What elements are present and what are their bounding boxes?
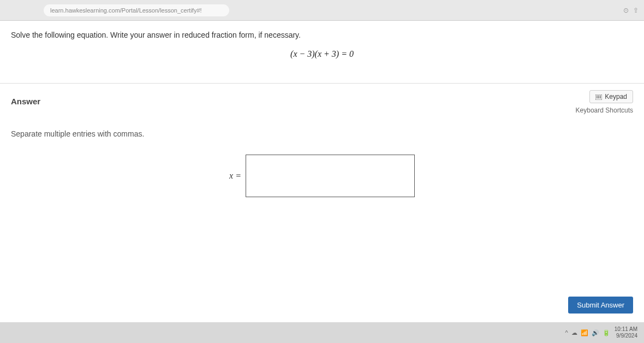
variable-label: x = <box>229 171 241 181</box>
taskbar-clock[interactable]: 10:11 AM 9/9/2024 <box>615 326 637 339</box>
windows-taskbar: ^ ☁ 📶 🔊 🔋 10:11 AM 9/9/2024 <box>0 322 644 343</box>
answer-section: Answer Keypad <box>0 84 644 204</box>
answer-header: Answer Keypad <box>11 90 633 114</box>
equation-display: (x − 3)(x + 3) = 0 <box>11 49 633 59</box>
keypad-label: Keypad <box>605 93 627 100</box>
answer-toolbox: Keypad Keyboard Shortcuts <box>576 90 633 114</box>
share-icon[interactable]: ⇪ <box>633 7 639 14</box>
search-icon[interactable]: ⊙ <box>623 7 629 14</box>
url-bar[interactable]: learn.hawkeslearning.com/Portal/Lesson/l… <box>44 4 229 16</box>
browser-actions: ⊙ ⇪ <box>623 7 639 14</box>
svg-rect-2 <box>598 96 599 97</box>
browser-chrome: learn.hawkeslearning.com/Portal/Lesson/l… <box>0 0 644 21</box>
svg-rect-5 <box>598 97 599 98</box>
chevron-up-icon[interactable]: ^ <box>565 329 568 336</box>
lesson-content: Solve the following equation. Write your… <box>0 21 644 322</box>
svg-rect-4 <box>597 97 598 98</box>
submit-answer-button[interactable]: Submit Answer <box>568 297 633 314</box>
cloud-icon[interactable]: ☁ <box>571 329 577 336</box>
question-prompt: Solve the following equation. Write your… <box>11 31 633 39</box>
svg-rect-6 <box>600 97 601 98</box>
clock-time: 10:11 AM <box>615 326 637 333</box>
volume-icon[interactable]: 🔊 <box>592 329 599 336</box>
keypad-icon <box>595 94 602 99</box>
question-section: Solve the following equation. Write your… <box>0 21 644 67</box>
answer-input[interactable] <box>246 155 415 197</box>
keyboard-shortcuts-link[interactable]: Keyboard Shortcuts <box>576 107 633 114</box>
wifi-icon[interactable]: 📶 <box>581 329 588 336</box>
answer-label: Answer <box>11 97 40 106</box>
keypad-button[interactable]: Keypad <box>589 90 633 103</box>
svg-rect-1 <box>597 96 598 97</box>
svg-rect-3 <box>600 96 601 97</box>
url-text: learn.hawkeslearning.com/Portal/Lesson/l… <box>50 7 202 14</box>
system-tray: ^ ☁ 📶 🔊 🔋 <box>565 329 610 336</box>
clock-date: 9/9/2024 <box>615 333 637 339</box>
battery-icon[interactable]: 🔋 <box>603 329 610 336</box>
answer-input-row: x = <box>11 155 633 197</box>
answer-hint: Separate multiple entries with commas. <box>11 129 633 138</box>
